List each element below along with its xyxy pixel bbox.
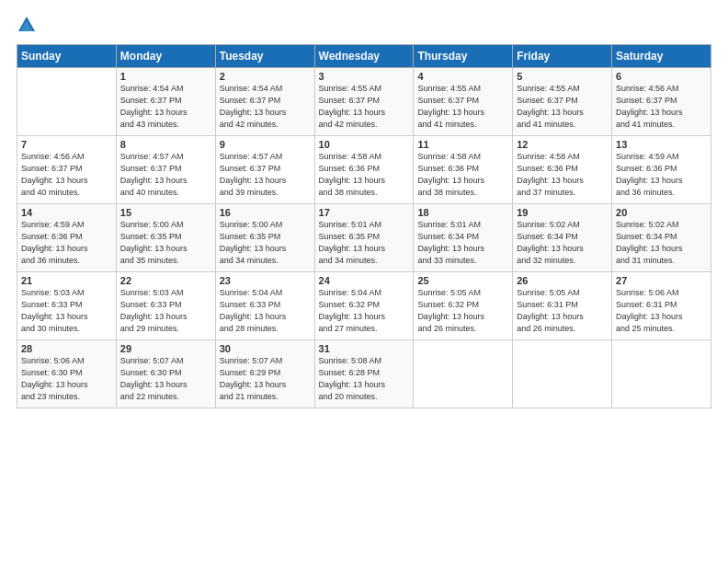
calendar-cell [17,68,117,136]
day-info: Sunrise: 5:07 AMSunset: 6:29 PMDaylight:… [220,355,311,403]
day-number: 7 [21,139,112,150]
week-row-2: 7Sunrise: 4:56 AMSunset: 6:37 PMDaylight… [17,136,711,204]
day-number: 28 [21,343,112,354]
calendar-cell: 23Sunrise: 5:04 AMSunset: 6:33 PMDayligh… [215,272,314,340]
day-number: 8 [120,139,211,150]
day-info: Sunrise: 5:01 AMSunset: 6:35 PMDaylight:… [319,219,410,267]
day-info: Sunrise: 4:55 AMSunset: 6:37 PMDaylight:… [417,83,508,131]
day-number: 24 [319,275,410,286]
logo [17,15,40,35]
weekday-header-sunday: Sunday [17,45,117,68]
day-number: 18 [417,207,508,218]
day-info: Sunrise: 4:57 AMSunset: 6:37 PMDaylight:… [120,151,211,199]
day-number: 16 [220,207,311,218]
calendar-cell: 27Sunrise: 5:06 AMSunset: 6:31 PMDayligh… [612,272,711,340]
calendar-cell: 6Sunrise: 4:56 AMSunset: 6:37 PMDaylight… [612,68,711,136]
calendar-cell: 3Sunrise: 4:55 AMSunset: 6:37 PMDaylight… [314,68,414,136]
day-info: Sunrise: 5:08 AMSunset: 6:28 PMDaylight:… [319,355,410,403]
day-info: Sunrise: 5:02 AMSunset: 6:34 PMDaylight:… [616,219,707,267]
day-number: 17 [319,207,410,218]
day-info: Sunrise: 4:54 AMSunset: 6:37 PMDaylight:… [120,83,211,131]
day-number: 14 [21,207,112,218]
day-info: Sunrise: 5:00 AMSunset: 6:35 PMDaylight:… [220,219,311,267]
day-info: Sunrise: 4:59 AMSunset: 6:36 PMDaylight:… [21,219,112,267]
calendar-cell [513,340,612,408]
calendar-header-row: SundayMondayTuesdayWednesdayThursdayFrid… [17,45,711,68]
calendar-cell: 7Sunrise: 4:56 AMSunset: 6:37 PMDaylight… [17,136,117,204]
calendar-table: SundayMondayTuesdayWednesdayThursdayFrid… [17,44,711,408]
page-container: SundayMondayTuesdayWednesdayThursdayFrid… [0,0,728,419]
calendar-cell: 15Sunrise: 5:00 AMSunset: 6:35 PMDayligh… [116,204,215,272]
weekday-header-wednesday: Wednesday [314,45,414,68]
calendar-cell [612,340,711,408]
calendar-cell: 11Sunrise: 4:58 AMSunset: 6:36 PMDayligh… [414,136,513,204]
calendar-cell: 16Sunrise: 5:00 AMSunset: 6:35 PMDayligh… [215,204,314,272]
weekday-header-friday: Friday [513,45,612,68]
day-info: Sunrise: 5:07 AMSunset: 6:30 PMDaylight:… [120,355,211,403]
day-number: 1 [120,71,211,82]
day-info: Sunrise: 5:05 AMSunset: 6:31 PMDaylight:… [517,287,608,335]
calendar-cell: 30Sunrise: 5:07 AMSunset: 6:29 PMDayligh… [215,340,314,408]
day-number: 30 [220,343,311,354]
calendar-cell: 29Sunrise: 5:07 AMSunset: 6:30 PMDayligh… [116,340,215,408]
calendar-cell: 2Sunrise: 4:54 AMSunset: 6:37 PMDaylight… [215,68,314,136]
calendar-cell [414,340,513,408]
day-number: 20 [616,207,707,218]
weekday-header-tuesday: Tuesday [215,45,314,68]
calendar-cell: 21Sunrise: 5:03 AMSunset: 6:33 PMDayligh… [17,272,117,340]
week-row-4: 21Sunrise: 5:03 AMSunset: 6:33 PMDayligh… [17,272,711,340]
day-info: Sunrise: 4:55 AMSunset: 6:37 PMDaylight:… [517,83,608,131]
calendar-cell: 28Sunrise: 5:06 AMSunset: 6:30 PMDayligh… [17,340,117,408]
week-row-3: 14Sunrise: 4:59 AMSunset: 6:36 PMDayligh… [17,204,711,272]
calendar-cell: 20Sunrise: 5:02 AMSunset: 6:34 PMDayligh… [612,204,711,272]
calendar-cell: 5Sunrise: 4:55 AMSunset: 6:37 PMDaylight… [513,68,612,136]
day-info: Sunrise: 4:57 AMSunset: 6:37 PMDaylight:… [220,151,311,199]
day-number: 11 [417,139,508,150]
day-number: 4 [417,71,508,82]
day-number: 31 [319,343,410,354]
day-number: 3 [319,71,410,82]
day-number: 25 [417,275,508,286]
calendar-cell: 22Sunrise: 5:03 AMSunset: 6:33 PMDayligh… [116,272,215,340]
day-info: Sunrise: 4:58 AMSunset: 6:36 PMDaylight:… [517,151,608,199]
calendar-cell: 17Sunrise: 5:01 AMSunset: 6:35 PMDayligh… [314,204,414,272]
day-number: 12 [517,139,608,150]
day-info: Sunrise: 5:06 AMSunset: 6:30 PMDaylight:… [21,355,112,403]
calendar-cell: 12Sunrise: 4:58 AMSunset: 6:36 PMDayligh… [513,136,612,204]
calendar-cell: 1Sunrise: 4:54 AMSunset: 6:37 PMDaylight… [116,68,215,136]
calendar-cell: 14Sunrise: 4:59 AMSunset: 6:36 PMDayligh… [17,204,117,272]
day-info: Sunrise: 5:03 AMSunset: 6:33 PMDaylight:… [120,287,211,335]
day-info: Sunrise: 5:00 AMSunset: 6:35 PMDaylight:… [120,219,211,267]
calendar-cell: 9Sunrise: 4:57 AMSunset: 6:37 PMDaylight… [215,136,314,204]
day-info: Sunrise: 5:06 AMSunset: 6:31 PMDaylight:… [616,287,707,335]
day-number: 9 [220,139,311,150]
calendar-cell: 8Sunrise: 4:57 AMSunset: 6:37 PMDaylight… [116,136,215,204]
calendar-cell: 25Sunrise: 5:05 AMSunset: 6:32 PMDayligh… [414,272,513,340]
weekday-header-monday: Monday [116,45,215,68]
day-number: 29 [120,343,211,354]
header-row [17,15,711,35]
day-info: Sunrise: 4:56 AMSunset: 6:37 PMDaylight:… [21,151,112,199]
day-info: Sunrise: 4:59 AMSunset: 6:36 PMDaylight:… [616,151,707,199]
calendar-cell: 31Sunrise: 5:08 AMSunset: 6:28 PMDayligh… [314,340,414,408]
day-info: Sunrise: 4:58 AMSunset: 6:36 PMDaylight:… [319,151,410,199]
day-number: 13 [616,139,707,150]
week-row-1: 1Sunrise: 4:54 AMSunset: 6:37 PMDaylight… [17,68,711,136]
day-info: Sunrise: 5:04 AMSunset: 6:32 PMDaylight:… [319,287,410,335]
day-info: Sunrise: 5:04 AMSunset: 6:33 PMDaylight:… [220,287,311,335]
calendar-cell: 10Sunrise: 4:58 AMSunset: 6:36 PMDayligh… [314,136,414,204]
day-info: Sunrise: 4:54 AMSunset: 6:37 PMDaylight:… [220,83,311,131]
week-row-5: 28Sunrise: 5:06 AMSunset: 6:30 PMDayligh… [17,340,711,408]
day-number: 23 [220,275,311,286]
day-info: Sunrise: 4:55 AMSunset: 6:37 PMDaylight:… [319,83,410,131]
day-info: Sunrise: 5:02 AMSunset: 6:34 PMDaylight:… [517,219,608,267]
calendar-cell: 24Sunrise: 5:04 AMSunset: 6:32 PMDayligh… [314,272,414,340]
day-info: Sunrise: 5:03 AMSunset: 6:33 PMDaylight:… [21,287,112,335]
day-number: 19 [517,207,608,218]
calendar-cell: 26Sunrise: 5:05 AMSunset: 6:31 PMDayligh… [513,272,612,340]
day-number: 2 [220,71,311,82]
day-number: 22 [120,275,211,286]
calendar-cell: 13Sunrise: 4:59 AMSunset: 6:36 PMDayligh… [612,136,711,204]
day-number: 21 [21,275,112,286]
day-number: 5 [517,71,608,82]
